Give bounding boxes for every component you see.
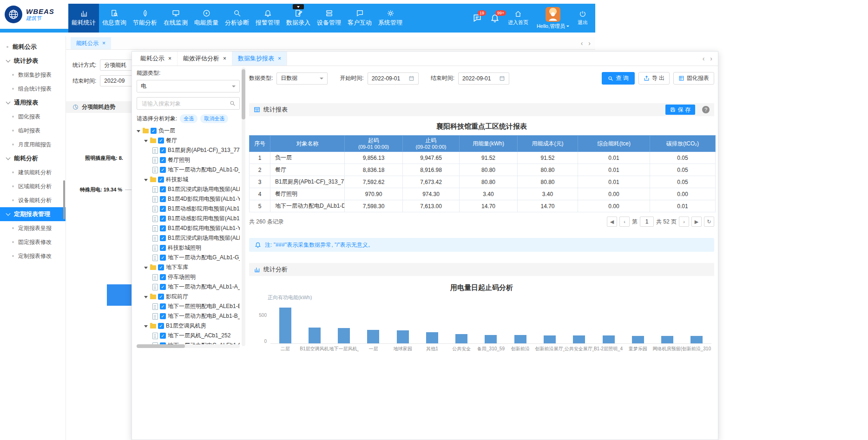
checkbox-checked[interactable]: ✓ (158, 323, 164, 329)
nav-item-system-management[interactable]: 系统管理 (375, 4, 406, 33)
last-page-button[interactable]: ▶ (691, 217, 702, 227)
help-button[interactable]: ? (702, 106, 710, 113)
sidebar-item-building-analysis[interactable]: 建筑能耗分析 (0, 165, 66, 179)
nav-item-info-query[interactable]: 信息查询 (99, 4, 130, 33)
data-type-select[interactable]: 日数据 (276, 72, 328, 85)
end-date-input[interactable]: 2022-09-01 (458, 72, 509, 85)
checkbox-checked[interactable]: ✓ (160, 157, 166, 163)
tree-node-leaf[interactable]: ✓B1层动感影院用电预留(ALb1-YY (137, 204, 240, 214)
page-number-input[interactable] (640, 217, 654, 227)
tree-node-leaf[interactable]: ✓地下一层动力配电G_ALb1-G_269 (137, 253, 240, 263)
tree-node-folder[interactable]: ✓餐厅 (137, 136, 240, 145)
checkbox-checked[interactable]: ✓ (158, 294, 164, 300)
checkbox-checked[interactable]: ✓ (160, 225, 166, 231)
export-button[interactable]: 导 出 (638, 72, 670, 85)
sidebar-item-combined-report[interactable]: 组合统计报表 (0, 82, 66, 96)
nav-item-analysis-diagnosis[interactable]: 分析诊断 (222, 4, 252, 33)
query-button[interactable]: 查 询 (602, 72, 634, 85)
select-all-button[interactable]: 全选 (180, 114, 197, 123)
sidebar-group-meter-reading[interactable]: 统计抄表 (0, 54, 66, 68)
object-search-input[interactable] (141, 100, 227, 107)
scroll-left-icon[interactable]: ‹ (703, 55, 705, 62)
sidebar-group-energy-analysis[interactable]: 能耗分析 (0, 151, 66, 165)
scroll-left-icon[interactable]: ‹ (581, 39, 583, 47)
nav-item-data-entry[interactable]: 数据录入 (283, 4, 314, 33)
checkbox-checked[interactable]: ✓ (158, 177, 164, 183)
tree-vertical-scrollbar[interactable] (242, 67, 245, 346)
sidebar-item-periodic-report-submit[interactable]: 定期报表呈报 (0, 221, 66, 235)
tree-node-folder[interactable]: ✓B1层空调风机房 (137, 321, 240, 331)
expand-caret-icon[interactable] (144, 140, 148, 144)
tree-node-leaf[interactable]: ✓B1层4D影院用电预留(ALb1-YY(4 (137, 223, 240, 233)
solidify-report-button[interactable]: 固化报表 (673, 72, 714, 85)
tree-node-folder[interactable]: ✓负一层 (137, 126, 240, 136)
scrollbar-thumb[interactable] (137, 344, 185, 348)
nav-item-alarm-management[interactable]: 报警管理 (252, 4, 283, 33)
expand-caret-icon[interactable] (137, 130, 140, 134)
start-date-input[interactable]: 2022-09-01 (368, 72, 419, 85)
nav-item-power-quality[interactable]: 电能质量 (191, 4, 222, 33)
sidebar-group-periodic-report-management[interactable]: 定期报表管理 (0, 207, 66, 221)
panel-tab-energy-publicity[interactable]: 能耗公示× (135, 52, 178, 66)
expand-caret-icon[interactable] (144, 267, 148, 271)
tree-node-leaf[interactable]: ✓科技影城照明 (137, 243, 240, 253)
tree-node-folder[interactable]: ✓科技影城 (137, 175, 240, 184)
search-icon[interactable] (230, 100, 236, 106)
tree-node-leaf[interactable]: ✓B1层厨房(APb1-CF)_313_77 (137, 145, 240, 155)
deselect-all-button[interactable]: 取消全选 (200, 114, 228, 123)
sidebar-item-fixed-report-edit[interactable]: 固定报表修改 (0, 235, 66, 249)
sidebar-item-custom-report-edit[interactable]: 定制报表修改 (0, 249, 66, 263)
checkbox-checked[interactable]: ✓ (160, 216, 166, 222)
expand-caret-icon[interactable] (144, 325, 148, 329)
sidebar-item-energy-publicity[interactable]: 能耗公示 (0, 40, 66, 54)
sidebar-scrollbar-thumb[interactable] (63, 180, 65, 219)
checkbox-checked[interactable]: ✓ (160, 186, 166, 192)
sidebar-item-device-analysis[interactable]: 设备能耗分析 (0, 193, 66, 207)
checkbox-checked[interactable]: ✓ (160, 333, 166, 339)
sidebar-item-dataset-report[interactable]: 数据集抄报表 (0, 68, 66, 82)
tree-node-leaf[interactable]: ✓地下一层动力配电B_ALb1-B_267 (137, 311, 240, 321)
close-icon[interactable]: × (278, 56, 281, 61)
checkbox-checked[interactable]: ✓ (160, 313, 166, 319)
nav-item-energy-saving-analysis[interactable]: 节能分析 (130, 4, 160, 33)
tree-node-leaf[interactable]: ✓地下一层风机_ACb1_252 (137, 331, 240, 341)
go-home-button[interactable]: 进入首页 (508, 10, 528, 26)
tree-node-leaf[interactable]: ✓地下一层动力配电D_ALb1-D_242 (137, 165, 240, 175)
close-icon[interactable]: × (102, 40, 105, 46)
tree-node-leaf[interactable]: ✓B1层动感影院用电预留(ALb1-YY (137, 214, 240, 223)
panel-tab-efficiency-evaluation[interactable]: 能效评估分析× (178, 52, 232, 66)
checkbox-checked[interactable]: ✓ (160, 147, 166, 153)
close-icon[interactable]: × (168, 56, 171, 61)
checkbox-checked[interactable]: ✓ (160, 284, 166, 290)
tree-node-leaf[interactable]: ✓B1层沉浸式剧场用电预留(ALb1-Y (137, 184, 240, 194)
panel-tab-dataset-report[interactable]: 数据集抄报表× (232, 52, 287, 66)
nav-item-online-monitoring[interactable]: 在线监测 (160, 4, 191, 33)
expand-caret-icon[interactable] (144, 179, 148, 183)
user-menu[interactable]: Hello,管理员 (537, 7, 569, 30)
prev-page-button[interactable]: ‹ (619, 217, 630, 227)
nav-item-customer-interaction[interactable]: 客户互动 (344, 4, 375, 33)
tree-node-leaf[interactable]: ✓地下一层照明配电B_ALEb1-B_26 (137, 302, 240, 311)
tree-node-leaf[interactable]: ✓餐厅照明 (137, 155, 240, 165)
sidebar-item-region-analysis[interactable]: 区域能耗分析 (0, 179, 66, 193)
tree-node-folder[interactable]: ✓影院前厅 (137, 292, 240, 302)
close-icon[interactable]: × (223, 56, 226, 61)
tree-horizontal-scrollbar[interactable] (137, 344, 240, 348)
notifications-button[interactable]: 99+ (490, 13, 500, 23)
checkbox-checked[interactable]: ✓ (160, 196, 166, 202)
checkbox-checked[interactable]: ✓ (160, 303, 166, 309)
messages-button[interactable]: 19 (473, 13, 482, 23)
tree-node-leaf[interactable]: ✓B1层沉浸式剧场用电预留(ALb1-Y (137, 233, 240, 243)
save-button[interactable]: 保 存 (665, 105, 695, 115)
tree-node-leaf[interactable]: ✓停车场照明 (137, 272, 240, 282)
checkbox-checked[interactable]: ✓ (160, 206, 166, 212)
checkbox-checked[interactable]: ✓ (160, 235, 166, 241)
scroll-right-icon[interactable]: › (710, 55, 712, 62)
checkbox-checked[interactable]: ✓ (160, 245, 166, 251)
sidebar-item-solidified-report[interactable]: 固化报表 (0, 110, 66, 124)
refresh-button[interactable]: ↻ (704, 217, 714, 227)
logout-button[interactable]: 退出 (578, 10, 588, 26)
scrollbar-thumb[interactable] (242, 69, 245, 119)
tree-node-leaf[interactable]: ✓B1层4D影院用电预留(ALb1-YY(4 (137, 194, 240, 204)
sidebar-item-temporary-report[interactable]: 临时报表 (0, 124, 66, 138)
